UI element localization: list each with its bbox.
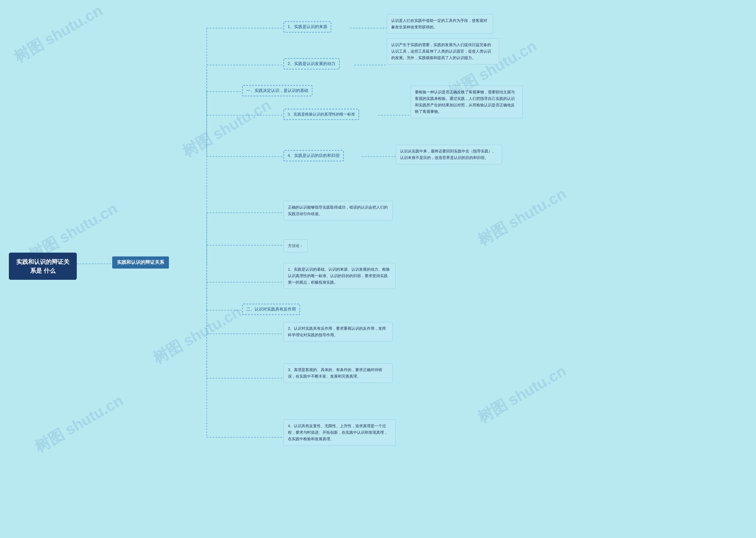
c4-content: 认识从实践中来，最终还要回到实践中去（指导实践）。认识本身不是目的，改造世界是认… bbox=[396, 145, 502, 164]
root-node: 实践和认识的辩证关系是 什么 bbox=[9, 253, 77, 280]
d4-content: 2、认识对实践具有反作用，要求重视认识的反作用，发挥科学理论对实践的指导作用。 bbox=[283, 322, 393, 342]
c1-content: 认识是人们在实践中借助一定的工具作为手段，使客观对象发生某种改变而获得的。 bbox=[387, 14, 493, 34]
d5-content: 3、真理是客观的、具体的、有条件的，要求正确对待错误，在实践中不断丰富、发展和完… bbox=[283, 363, 393, 383]
watermark-2: 树图 shutu.cn bbox=[179, 95, 275, 162]
c1-label: 1、实践是认识的来源 bbox=[283, 21, 331, 32]
d2-content: 方法论： bbox=[283, 239, 308, 252]
watermark-7: 树图 shutu.cn bbox=[474, 184, 570, 251]
d6-content: 4、认识具有反复性、无限性、上升性，追求真理是一个过程，要求与时俱进、开拓创新，… bbox=[283, 419, 396, 446]
watermark-1: 树图 shutu.cn bbox=[10, 0, 106, 68]
branch1-label: 一、实践决定认识，是认识的基础 bbox=[242, 85, 313, 96]
watermark-5: 树图 shutu.cn bbox=[31, 390, 127, 457]
c3-content: 要检验一种认识是否正确反映了客观事物，需要联结主观与客观的实践来检验。通过实践，… bbox=[411, 86, 523, 118]
c2-label: 2、实践是认识发展的动力 bbox=[283, 58, 340, 70]
c3-label: 3、实践是检验认识的真理性的唯一标准 bbox=[283, 109, 359, 120]
watermark-8: 树图 shutu.cn bbox=[474, 361, 570, 428]
branch2-label: 二、认识对实践具有反作用 bbox=[242, 304, 300, 315]
mind-map: 树图 shutu.cn 树图 shutu.cn 树图 shutu.cn 树图 s… bbox=[0, 0, 756, 538]
c4-label: 4、实践是认识的目的和归宿 bbox=[283, 150, 344, 161]
d3-content: 1、实践是认识的基础、认识的来源、认识发展的动力、检验认识真理性的唯一标准、认识… bbox=[283, 263, 396, 289]
watermark-4: 树图 shutu.cn bbox=[149, 302, 245, 369]
l1-node: 实践和认识的辩证关系 bbox=[112, 256, 169, 269]
d1-content: 正确的认识能够指导实践取得成功，错误的认识会把人们的实践活动引向歧途。 bbox=[283, 201, 393, 220]
c2-content: 认识产生于实践的需要，实践的发展为人们提供日益完备的认识工具，这些工具延伸了人类… bbox=[387, 38, 499, 64]
